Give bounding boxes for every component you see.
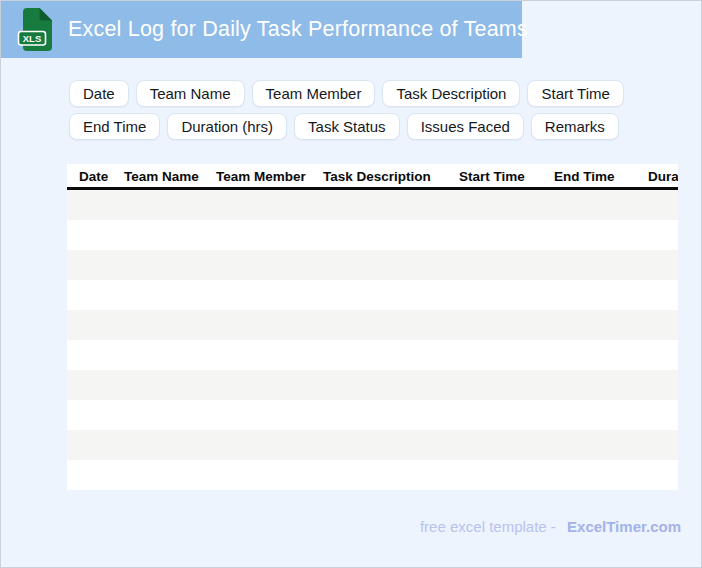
field-chip-list: DateTeam NameTeam MemberTask Description… xyxy=(69,80,679,140)
column-header: Start Time xyxy=(459,169,525,184)
column-header: End Time xyxy=(554,169,615,184)
field-chip[interactable]: Team Name xyxy=(136,80,245,107)
table-row xyxy=(67,280,678,310)
table-row xyxy=(67,430,678,460)
table-row xyxy=(67,340,678,370)
table-row xyxy=(67,370,678,400)
table-row xyxy=(67,250,678,280)
field-chip[interactable]: Task Description xyxy=(382,80,520,107)
field-chip[interactable]: Date xyxy=(69,80,129,107)
xls-icon-label: XLS xyxy=(23,33,41,44)
column-header: Team Member xyxy=(216,169,306,184)
field-chip[interactable]: Start Time xyxy=(527,80,623,107)
field-chip[interactable]: Duration (hrs) xyxy=(167,113,287,140)
table-row xyxy=(67,400,678,430)
field-chip[interactable]: Issues Faced xyxy=(407,113,524,140)
column-header: Task Description xyxy=(323,169,431,184)
table-row xyxy=(67,460,678,490)
task-log-table: DateTeam NameTeam MemberTask Description… xyxy=(67,164,678,490)
table-row xyxy=(67,310,678,340)
table-body xyxy=(67,190,678,490)
column-header: Date xyxy=(79,169,108,184)
table-row xyxy=(67,190,678,220)
footer-text: free excel template - xyxy=(420,518,556,535)
column-header: Team Name xyxy=(124,169,199,184)
field-chip[interactable]: Team Member xyxy=(252,80,376,107)
table-row xyxy=(67,220,678,250)
header-bar: XLS Excel Log for Daily Task Performance… xyxy=(1,1,522,58)
field-chip[interactable]: Task Status xyxy=(294,113,400,140)
field-chip[interactable]: Remarks xyxy=(531,113,619,140)
column-header: Duration (hrs) xyxy=(648,169,678,184)
footer-credit: free excel template - ExcelTimer.com xyxy=(420,518,681,535)
footer-brand-link[interactable]: ExcelTimer.com xyxy=(567,518,681,535)
page: XLS Excel Log for Daily Task Performance… xyxy=(0,0,702,568)
field-chip[interactable]: End Time xyxy=(69,113,160,140)
table-header-row: DateTeam NameTeam MemberTask Description… xyxy=(67,164,678,190)
page-title: Excel Log for Daily Task Performance of … xyxy=(68,17,528,42)
xls-file-icon: XLS xyxy=(17,7,54,52)
